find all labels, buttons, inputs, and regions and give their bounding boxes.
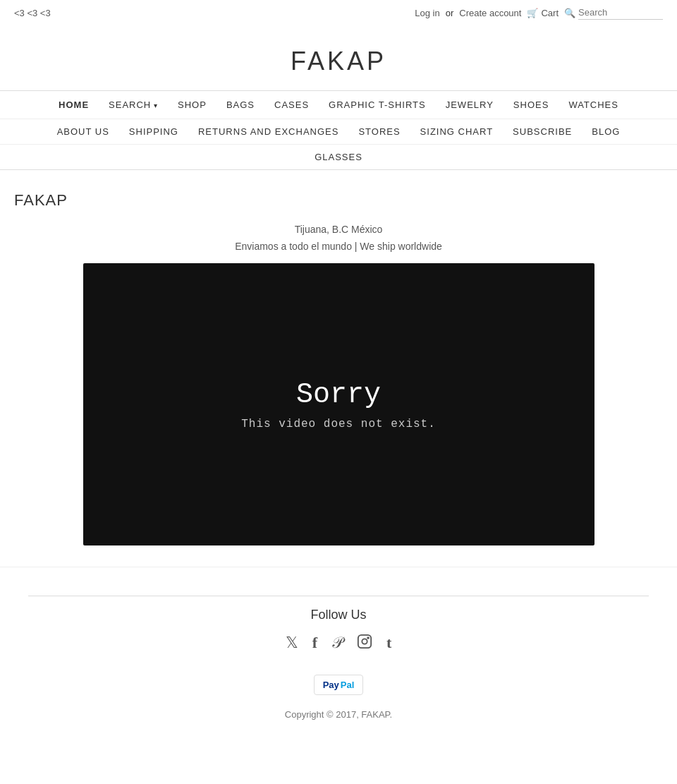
shipping-text: Enviamos a todo el mundo | We ship world… bbox=[14, 241, 663, 252]
tumblr-icon: t bbox=[386, 634, 391, 651]
nav-item-bags[interactable]: BAGS bbox=[216, 91, 264, 119]
copyright: Copyright © 2017, FAKAP. bbox=[14, 709, 663, 741]
nav-item-shop[interactable]: SHOP bbox=[168, 91, 216, 119]
nav-link-sizing[interactable]: SIZING CHART bbox=[410, 119, 504, 144]
cart-icon: 🛒 bbox=[527, 8, 538, 18]
nav-link-shop[interactable]: SHOP bbox=[168, 91, 216, 119]
nav-link-subscribe[interactable]: SUBSCRIBE bbox=[503, 119, 582, 144]
nav-link-home[interactable]: HOME bbox=[49, 91, 99, 119]
nav-item-blog[interactable]: BLOG bbox=[582, 119, 630, 144]
nav-link-shoes[interactable]: SHOES bbox=[504, 91, 559, 119]
top-bar: <3 <3 <3 Log in or Create account 🛒 Cart… bbox=[0, 0, 677, 25]
paypal-text-pay: Pay bbox=[323, 680, 339, 690]
pinterest-icon: 𝒫 bbox=[331, 634, 343, 651]
nav-item-returns[interactable]: RETURNS AND EXCHANGES bbox=[188, 119, 348, 144]
facebook-icon: f bbox=[312, 634, 317, 651]
search-area: 🔍 bbox=[564, 6, 663, 20]
search-icon: 🔍 bbox=[564, 8, 575, 18]
nav-item-shoes[interactable]: SHOES bbox=[504, 91, 559, 119]
site-title: FAKAP bbox=[0, 25, 677, 90]
svg-point-2 bbox=[367, 637, 369, 639]
nav-item-cases[interactable]: CASES bbox=[264, 91, 319, 119]
nav-item-shipping[interactable]: SHIPPING bbox=[119, 119, 188, 144]
instagram-link[interactable] bbox=[357, 634, 372, 653]
nav-item-stores[interactable]: STORES bbox=[348, 119, 410, 144]
pinterest-link[interactable]: 𝒫 bbox=[331, 634, 343, 653]
nav-primary: HOME SEARCH SHOP BAGS CASES GRAPHIC T-SH… bbox=[0, 91, 677, 119]
video-error-message: This video does not exist. bbox=[241, 418, 436, 430]
nav-item-about-us[interactable]: ABOUT US bbox=[47, 119, 119, 144]
tagline: <3 <3 <3 bbox=[14, 8, 51, 18]
video-container: Sorry This video does not exist. bbox=[83, 263, 594, 545]
nav-link-watches[interactable]: WATCHES bbox=[559, 91, 628, 119]
instagram-icon bbox=[357, 635, 372, 653]
page-title: FAKAP bbox=[14, 191, 663, 210]
location-text: Tijuana, B.C México bbox=[14, 224, 663, 235]
main-nav: HOME SEARCH SHOP BAGS CASES GRAPHIC T-SH… bbox=[0, 90, 677, 170]
nav-link-glasses[interactable]: GLASSES bbox=[305, 145, 372, 169]
nav-link-shipping[interactable]: SHIPPING bbox=[119, 119, 188, 144]
nav-item-home[interactable]: HOME bbox=[49, 91, 99, 119]
nav-item-watches[interactable]: WATCHES bbox=[559, 91, 628, 119]
nav-link-stores[interactable]: STORES bbox=[348, 119, 410, 144]
nav-link-graphic-tshirts[interactable]: GRAPHIC T-SHIRTS bbox=[319, 91, 436, 119]
svg-point-1 bbox=[362, 639, 367, 644]
nav-item-graphic-tshirts[interactable]: GRAPHIC T-SHIRTS bbox=[319, 91, 436, 119]
top-bar-right: Log in or Create account 🛒 Cart 🔍 bbox=[415, 6, 663, 20]
twitter-icon: 𝕏 bbox=[286, 634, 298, 651]
nav-secondary: ABOUT US SHIPPING RETURNS AND EXCHANGES … bbox=[0, 119, 677, 144]
nav-link-cases[interactable]: CASES bbox=[264, 91, 319, 119]
cart-label: Cart bbox=[541, 8, 559, 18]
nav-tertiary: GLASSES bbox=[0, 144, 677, 169]
nav-link-returns[interactable]: RETURNS AND EXCHANGES bbox=[188, 119, 348, 144]
nav-link-jewelry[interactable]: JEWELRY bbox=[436, 91, 504, 119]
paypal-badge: PayPal bbox=[314, 675, 364, 695]
svg-rect-0 bbox=[358, 635, 371, 648]
nav-link-blog[interactable]: BLOG bbox=[582, 119, 630, 144]
nav-item-jewelry[interactable]: JEWELRY bbox=[436, 91, 504, 119]
nav-item-search[interactable]: SEARCH bbox=[99, 91, 168, 119]
follow-section: Follow Us 𝕏 f 𝒫 t PayPal Co bbox=[0, 567, 677, 755]
tumblr-link[interactable]: t bbox=[386, 634, 391, 653]
cart-link[interactable]: 🛒 Cart bbox=[527, 8, 559, 18]
video-sorry-text: Sorry bbox=[296, 379, 381, 411]
nav-link-bags[interactable]: BAGS bbox=[216, 91, 264, 119]
nav-link-about-us[interactable]: ABOUT US bbox=[47, 119, 119, 144]
or-separator: or bbox=[446, 8, 454, 18]
payment-section: PayPal bbox=[14, 675, 663, 695]
footer-divider bbox=[28, 596, 649, 596]
follow-title: Follow Us bbox=[14, 608, 663, 622]
nav-item-glasses[interactable]: GLASSES bbox=[305, 145, 372, 169]
create-account-link[interactable]: Create account bbox=[459, 8, 521, 18]
facebook-link[interactable]: f bbox=[312, 634, 317, 653]
paypal-text-pal: Pal bbox=[341, 680, 355, 690]
nav-link-search[interactable]: SEARCH bbox=[99, 91, 168, 119]
nav-item-sizing[interactable]: SIZING CHART bbox=[410, 119, 504, 144]
search-input[interactable] bbox=[578, 6, 663, 20]
twitter-link[interactable]: 𝕏 bbox=[286, 634, 298, 653]
login-link[interactable]: Log in bbox=[415, 8, 439, 18]
social-icons: 𝕏 f 𝒫 t bbox=[14, 634, 663, 653]
main-content: FAKAP Tijuana, B.C México Enviamos a tod… bbox=[0, 170, 677, 567]
nav-item-subscribe[interactable]: SUBSCRIBE bbox=[503, 119, 582, 144]
